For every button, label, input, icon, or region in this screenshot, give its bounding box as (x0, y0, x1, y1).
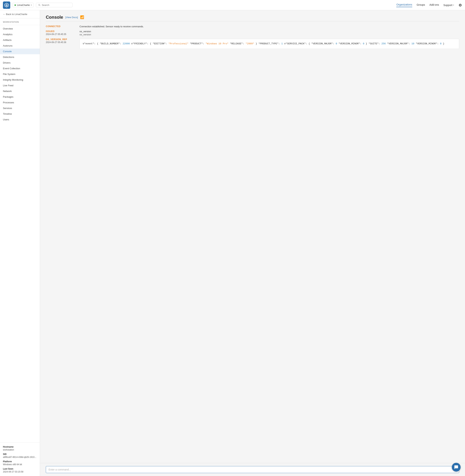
sidebar-item-drivers[interactable]: Drivers (0, 60, 40, 66)
support-chevron-icon: ▾ (453, 4, 454, 6)
command-input-area (40, 463, 465, 476)
sidebar-item-timeline[interactable]: Timeline (0, 111, 40, 117)
app-logo[interactable] (3, 1, 10, 9)
nav-link-groups[interactable]: Groups (417, 3, 425, 7)
json-output: ∨"event": { "BUILD_NUMBER": 22000 ∨"FRIE… (80, 39, 459, 49)
log-entry-issued: ISSUED 2024-09-27 05:45:35 os_version os… (46, 30, 459, 36)
log-command-issued: os_version (80, 30, 459, 33)
last-seen-label: Last Seen (3, 467, 37, 470)
log-timestamp-issued: 2024-09-27 05:45:35 (46, 33, 75, 36)
platform-label: Platform (3, 460, 37, 463)
sidebar-item-packages[interactable]: Packages (0, 94, 40, 100)
nav-link-addons[interactable]: Add-ons (429, 3, 439, 7)
sidebar-item-processes[interactable]: Processes (0, 100, 40, 105)
sidebar-item-file-system[interactable]: File System (0, 71, 40, 77)
sidebar-item-services[interactable]: Services (0, 105, 40, 111)
log-command-label: os_version (80, 33, 459, 36)
sidebar-item-artifacts[interactable]: Artifacts (0, 37, 40, 43)
platform-value: Windows x86 64 bit (3, 463, 37, 466)
search-input[interactable] (42, 4, 70, 6)
sidebar-item-network[interactable]: Network (0, 88, 40, 94)
log-meta-connected: CONNECTED (46, 25, 75, 28)
svg-line-3 (40, 5, 40, 6)
svg-marker-1 (6, 4, 8, 7)
sidebar-item-detections[interactable]: Detections (0, 54, 40, 60)
log-entry-connected: CONNECTED Connection established. Sensor… (46, 25, 459, 28)
nav-link-organizations[interactable]: Organizations (396, 3, 412, 7)
main-content: Console [View Docs] 📶 CONNECTED Connecti… (40, 10, 465, 476)
log-status-issued: ISSUED (46, 30, 75, 33)
last-seen-value: 2024-09-27 03:15:58 (3, 470, 37, 473)
log-status-connected: CONNECTED (46, 25, 75, 28)
sidebar-item-users[interactable]: Users (0, 117, 40, 122)
sid-value: a8f8ca97-8614-438d-qb26-1910... (3, 456, 37, 458)
search-bar[interactable] (36, 3, 73, 7)
org-name-label: LimaCharlie (17, 4, 30, 6)
chat-icon (454, 465, 458, 469)
sidebar-item-autoruns[interactable]: Autoruns (0, 43, 40, 49)
log-timestamp-os-version: 2024-09-27 05:45:36 (46, 41, 75, 44)
nav-links: Organizations Groups Add-ons Support ▾ (396, 3, 462, 7)
log-body-connected: Connection established. Sensor ready to … (80, 25, 459, 28)
app-body: ← Back to LimaCharlie WORKSTATION Overvi… (0, 10, 465, 476)
org-selector[interactable]: LimaCharlie ▾ (12, 3, 34, 7)
back-to-limacharlie-link[interactable]: ← Back to LimaCharlie (0, 10, 40, 18)
sidebar: ← Back to LimaCharlie WORKSTATION Overvi… (0, 10, 40, 476)
connection-status-icon: 📶 (80, 15, 84, 19)
log-status-os-version: OS_VERSION_REP (46, 38, 75, 41)
sidebar-divider (0, 25, 40, 25)
console-divider (46, 21, 459, 21)
sidebar-item-console[interactable]: Console (0, 49, 40, 54)
nav-link-support[interactable]: Support ▾ (443, 4, 454, 7)
sid-label: SID (3, 453, 37, 455)
console-header: Console [View Docs] 📶 (46, 15, 459, 20)
page-title: Console (46, 15, 63, 20)
svg-point-2 (39, 4, 40, 6)
sidebar-item-analytics[interactable]: Analytics (0, 32, 40, 37)
sidebar-item-live-feed[interactable]: Live Feed (0, 83, 40, 88)
chevron-down-icon: ▾ (31, 4, 32, 6)
search-icon (38, 4, 41, 6)
sidebar-item-overview[interactable]: Overview (0, 26, 40, 32)
sidebar-item-event-collection[interactable]: Event Collection (0, 66, 40, 71)
console-log: CONNECTED Connection established. Sensor… (46, 25, 459, 51)
sidebar-item-integrity-monitoring[interactable]: Integrity Monitoring (0, 77, 40, 83)
sidebar-section-label: WORKSTATION (0, 18, 40, 24)
hostname-value: workstation (3, 448, 37, 451)
log-body-os-version: ∨"event": { "BUILD_NUMBER": 22000 ∨"FRIE… (80, 38, 459, 49)
content-area: Console [View Docs] 📶 CONNECTED Connecti… (40, 10, 465, 463)
log-meta-os-version: OS_VERSION_REP 2024-09-27 05:45:36 (46, 38, 75, 49)
view-docs-link[interactable]: [View Docs] (65, 16, 78, 19)
settings-icon[interactable] (458, 3, 462, 7)
chat-button[interactable] (452, 463, 461, 472)
log-entry-os-version: OS_VERSION_REP 2024-09-27 05:45:36 ∨"eve… (46, 38, 459, 49)
command-input[interactable] (46, 466, 459, 473)
top-navigation: LimaCharlie ▾ Organizations Groups Add-o… (0, 0, 465, 10)
log-body-issued: os_version os_version (80, 30, 459, 36)
org-status-dot (14, 4, 16, 6)
hostname-label: Hostname (3, 445, 37, 448)
sidebar-info: Hostname workstation SID a8f8ca97-8614-4… (0, 443, 40, 476)
log-meta-issued: ISSUED 2024-09-27 05:45:35 (46, 30, 75, 36)
